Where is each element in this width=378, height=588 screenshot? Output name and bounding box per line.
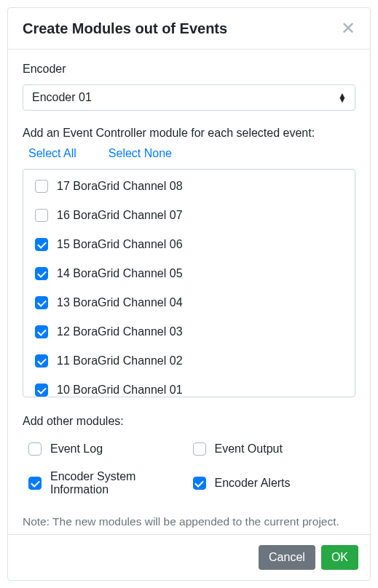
event-checkbox[interactable]	[35, 238, 48, 251]
other-module-checkbox[interactable]	[28, 477, 42, 490]
event-checkbox[interactable]	[35, 325, 48, 338]
other-module-row: Event Log	[28, 442, 186, 456]
other-module-row: Encoder System Information	[28, 470, 186, 496]
event-label: 15 BoraGrid Channel 06	[57, 238, 183, 251]
event-label: 12 BoraGrid Channel 03	[57, 325, 183, 338]
other-modules-heading: Add other modules:	[23, 415, 355, 428]
other-module-checkbox[interactable]	[193, 477, 206, 490]
event-row: 17 BoraGrid Channel 08	[35, 180, 343, 193]
select-none-link[interactable]: Select None	[109, 147, 172, 160]
event-checkbox[interactable]	[35, 384, 48, 397]
events-listbox[interactable]: 17 BoraGrid Channel 0816 BoraGrid Channe…	[23, 169, 355, 397]
encoder-select-value: Encoder 01	[23, 84, 355, 111]
other-module-row: Encoder Alerts	[193, 470, 350, 496]
event-label: 11 BoraGrid Channel 02	[57, 354, 183, 368]
event-label: 13 BoraGrid Channel 04	[57, 296, 183, 309]
other-module-label: Encoder Alerts	[215, 477, 291, 490]
event-row: 16 BoraGrid Channel 07	[35, 209, 343, 222]
event-checkbox[interactable]	[35, 180, 48, 193]
event-row: 10 BoraGrid Channel 01	[35, 384, 343, 397]
event-row: 14 BoraGrid Channel 05	[35, 267, 343, 280]
encoder-select[interactable]: Encoder 01 ▲▼	[23, 84, 355, 111]
cancel-button[interactable]: Cancel	[259, 545, 315, 570]
event-row: 12 BoraGrid Channel 03	[35, 325, 343, 338]
dialog-title: Create Modules out of Events	[23, 20, 227, 37]
ok-button[interactable]: OK	[321, 545, 358, 570]
other-module-label: Event Log	[50, 442, 103, 456]
event-checkbox[interactable]	[35, 354, 48, 368]
select-all-link[interactable]: Select All	[28, 147, 76, 160]
event-checkbox[interactable]	[35, 296, 48, 309]
create-modules-dialog: Create Modules out of Events ✕ Encoder E…	[7, 7, 371, 581]
footer-note: Note: The new modules will be appended t…	[23, 515, 355, 528]
other-module-label: Event Output	[215, 442, 283, 456]
event-label: 16 BoraGrid Channel 07	[57, 209, 183, 222]
events-heading: Add an Event Controller module for each …	[23, 127, 355, 140]
encoder-label: Encoder	[23, 63, 355, 76]
event-row: 13 BoraGrid Channel 04	[35, 296, 343, 309]
dialog-footer: Cancel OK	[8, 534, 370, 580]
close-icon[interactable]: ✕	[341, 20, 355, 37]
other-module-label: Encoder System Information	[50, 470, 186, 496]
event-label: 10 BoraGrid Channel 01	[57, 384, 183, 397]
dialog-body: Encoder Encoder 01 ▲▼ Add an Event Contr…	[8, 49, 370, 534]
dialog-header: Create Modules out of Events ✕	[8, 8, 370, 49]
other-modules-grid: Event LogEvent OutputEncoder System Info…	[23, 434, 355, 506]
other-module-checkbox[interactable]	[193, 442, 206, 456]
event-label: 14 BoraGrid Channel 05	[57, 267, 183, 280]
select-links-row: Select All Select None	[23, 146, 355, 163]
other-module-checkbox[interactable]	[28, 442, 42, 456]
event-row: 15 BoraGrid Channel 06	[35, 238, 343, 251]
event-checkbox[interactable]	[35, 267, 48, 280]
event-row: 11 BoraGrid Channel 02	[35, 354, 343, 368]
event-checkbox[interactable]	[35, 209, 48, 222]
event-label: 17 BoraGrid Channel 08	[57, 180, 183, 193]
other-module-row: Event Output	[193, 442, 350, 456]
